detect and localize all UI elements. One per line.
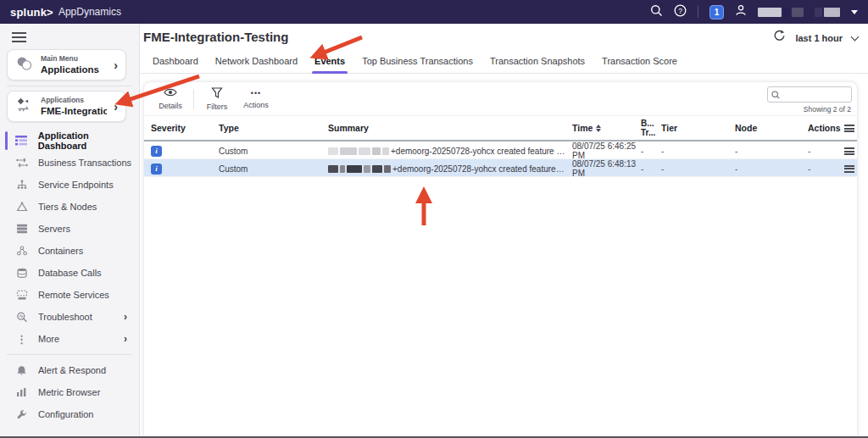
notification-badge[interactable]: 1 <box>709 5 724 19</box>
user-icon[interactable] <box>735 4 747 19</box>
column-type[interactable]: Type <box>219 123 328 133</box>
filters-label: Filters <box>207 103 228 111</box>
metric-browser-icon <box>15 387 28 397</box>
tab-transaction-score[interactable]: Transaction Score <box>593 56 686 73</box>
event-type: Custom <box>219 147 328 156</box>
database-icon <box>15 268 28 278</box>
sidebar-item-label: Alert & Respond <box>38 365 106 375</box>
tab-bar: Dashboard Network Dashboard Events Top B… <box>141 54 868 74</box>
filter-funnel-icon <box>211 87 223 100</box>
user-name-redacted <box>758 8 804 17</box>
sidebar-item-label: Service Endpoints <box>38 180 114 190</box>
column-actions[interactable]: Actions <box>808 123 844 133</box>
actions-label: Actions <box>243 101 269 109</box>
column-business-transaction[interactable]: B... Tr... <box>641 119 661 138</box>
sidebar-item-remote-services[interactable]: Remote Services <box>0 284 139 306</box>
column-node[interactable]: Node <box>735 123 808 133</box>
sidebar-item-label: Servers <box>38 224 70 234</box>
splunk-logo: splunk> <box>10 6 53 19</box>
row-menu-icon[interactable] <box>844 147 854 155</box>
showing-count: Showing 2 of 2 <box>804 105 851 114</box>
event-time: 08/07/25 6:48:13 PM <box>572 159 641 178</box>
application-card[interactable]: Applications FME-Integration-Te... › <box>7 91 126 122</box>
sidebar-divider <box>7 354 132 355</box>
application-card-title: FME-Integration-Te... <box>41 105 107 117</box>
service-endpoints-icon <box>15 180 28 190</box>
chevron-right-icon: › <box>124 311 127 323</box>
topbar: splunk> AppDynamics ? 1 <box>0 0 868 24</box>
row-menu-icon[interactable] <box>844 165 854 173</box>
sidebar-item-servers[interactable]: Servers <box>0 218 139 240</box>
tab-network-dashboard[interactable]: Network Dashboard <box>207 56 306 73</box>
sidebar-item-containers[interactable]: Containers <box>0 240 139 262</box>
column-time[interactable]: Time <box>572 123 641 133</box>
chevron-right-icon: › <box>114 101 118 113</box>
appdynamics-logo: AppDynamics <box>58 6 121 18</box>
table-row-selected[interactable]: i Custom +demoorg-20250728-yohcx created… <box>144 159 857 177</box>
details-label: Details <box>159 102 182 110</box>
sidebar-item-application-dashboard[interactable]: Application Dashboard <box>0 130 139 152</box>
event-time: 08/07/25 6:46:25 PM <box>572 141 641 160</box>
main-menu-icon <box>15 56 34 75</box>
business-transactions-icon <box>15 158 28 168</box>
table-search[interactable] <box>767 86 852 103</box>
troubleshoot-icon <box>15 312 28 323</box>
search-icon[interactable] <box>650 4 663 20</box>
account-redacted <box>815 8 840 17</box>
sidebar-item-more[interactable]: ⋮ More › <box>0 328 139 350</box>
sidebar: Main Menu Applications › Applications FM… <box>0 24 140 438</box>
time-range-caret-icon[interactable] <box>851 32 860 41</box>
tab-transaction-snapshots[interactable]: Transaction Snapshots <box>481 56 593 73</box>
application-icon <box>15 97 34 116</box>
chevron-right-icon: › <box>114 59 118 71</box>
sidebar-item-metric-browser[interactable]: Metric Browser <box>0 381 139 403</box>
sidebar-item-service-endpoints[interactable]: Service Endpoints <box>0 174 139 196</box>
tab-events[interactable]: Events <box>306 56 353 73</box>
events-toolbar: Details Filters ••• Actions Showing 2 of… <box>144 82 857 116</box>
help-icon[interactable]: ? <box>674 4 687 20</box>
sidebar-item-label: Business Transactions <box>38 158 131 168</box>
application-dashboard-icon <box>15 136 28 146</box>
events-panel: Details Filters ••• Actions Showing 2 of… <box>144 82 857 438</box>
tiers-nodes-icon <box>15 202 28 212</box>
event-summary: +demoorg-20250728-yohcx created feature … <box>328 147 572 156</box>
column-severity[interactable]: Severity <box>151 123 219 133</box>
toolbar-divider <box>193 89 194 109</box>
sidebar-item-label: Containers <box>38 246 83 256</box>
user-menu-caret-icon[interactable] <box>851 10 858 14</box>
sidebar-item-label: More <box>38 334 59 344</box>
refresh-icon[interactable] <box>773 30 786 46</box>
sidebar-item-database-calls[interactable]: Database Calls <box>0 262 139 284</box>
sidebar-item-tiers-nodes[interactable]: Tiers & Nodes <box>0 196 139 218</box>
search-input[interactable] <box>782 90 848 99</box>
filters-button[interactable]: Filters <box>198 87 236 111</box>
table-header-row: Severity Type Summary Time B... Tr... Ti… <box>144 116 857 141</box>
time-range-selector[interactable]: last 1 hour <box>795 33 843 43</box>
page-title: FME-Integration-Testing <box>143 30 288 44</box>
tab-dashboard[interactable]: Dashboard <box>144 56 207 73</box>
sidebar-item-label: Troubleshoot <box>38 312 92 322</box>
tab-top-business-transactions[interactable]: Top Business Transactions <box>353 56 481 73</box>
sidebar-item-alert-respond[interactable]: Alert & Respond <box>0 359 139 381</box>
details-button[interactable]: Details <box>151 87 190 110</box>
sidebar-item-configuration[interactable]: Configuration <box>0 403 139 425</box>
containers-icon <box>15 246 28 256</box>
severity-info-icon: i <box>151 164 162 175</box>
column-settings-icon[interactable] <box>844 125 854 132</box>
actions-button[interactable]: ••• Actions <box>236 88 275 109</box>
sort-icon[interactable] <box>596 125 601 132</box>
more-vertical-icon: ⋮ <box>15 333 28 346</box>
time-header-label: Time <box>572 123 593 133</box>
bell-icon <box>15 365 28 376</box>
sidebar-item-business-transactions[interactable]: Business Transactions <box>0 152 139 174</box>
column-summary[interactable]: Summary <box>328 123 572 133</box>
topbar-divider <box>698 6 698 18</box>
sidebar-item-label: Metric Browser <box>38 387 100 397</box>
column-tier[interactable]: Tier <box>661 123 735 133</box>
sidebar-item-label: Database Calls <box>38 268 102 278</box>
hamburger-menu-icon[interactable] <box>12 32 26 42</box>
sidebar-item-troubleshoot[interactable]: Troubleshoot › <box>0 306 139 328</box>
main-menu-title: Applications <box>41 64 99 75</box>
main-menu-card[interactable]: Main Menu Applications › <box>7 49 126 80</box>
table-row[interactable]: i Custom +demoorg-20250728-yohcx created… <box>144 141 857 159</box>
